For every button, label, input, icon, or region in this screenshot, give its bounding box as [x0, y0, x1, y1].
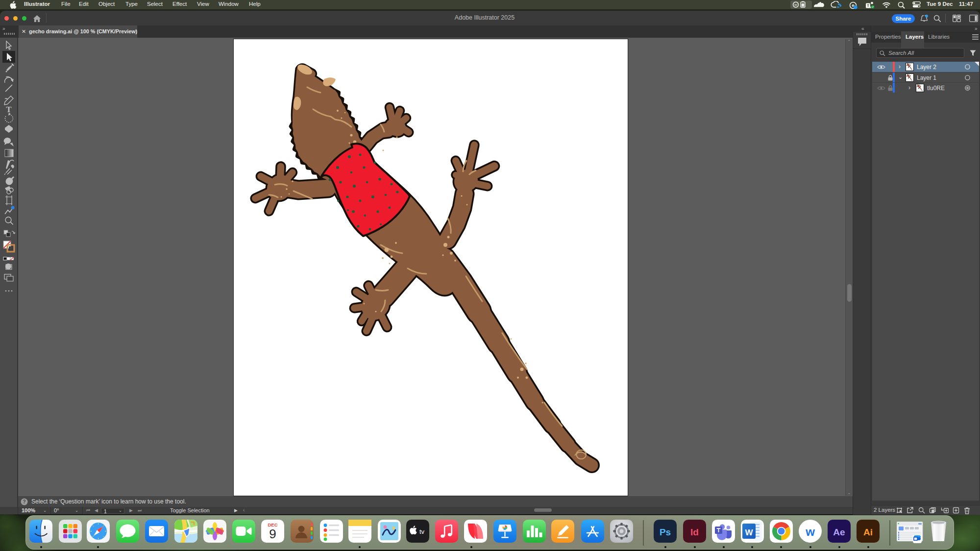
svg-text:Ae: Ae [833, 527, 845, 537]
svg-text:T: T [6, 105, 12, 114]
svg-text:Ps: Ps [660, 527, 671, 537]
svg-text:Ai: Ai [863, 527, 873, 537]
svg-text:9: 9 [269, 527, 276, 541]
svg-text:?: ? [23, 499, 25, 504]
svg-text:W: W [745, 528, 753, 537]
svg-text:w: w [794, 2, 797, 7]
svg-text:T: T [867, 3, 869, 8]
svg-text:Id: Id [690, 527, 699, 537]
svg-text:w: w [805, 525, 815, 538]
svg-text:tv: tv [419, 528, 425, 535]
